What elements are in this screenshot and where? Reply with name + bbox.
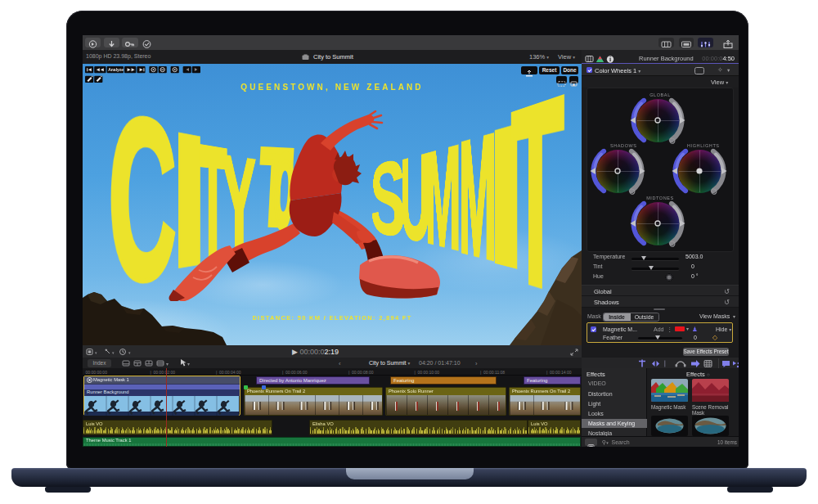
svg-text:Analyze: Analyze [108, 67, 124, 72]
svg-text:▾: ▾ [187, 362, 190, 367]
svg-text:i: i [609, 56, 611, 63]
svg-text:▾: ▾ [166, 362, 169, 367]
svg-text:▾: ▾ [95, 350, 97, 355]
svg-text:▾: ▾ [112, 350, 115, 355]
svg-text:▾: ▾ [128, 350, 131, 355]
